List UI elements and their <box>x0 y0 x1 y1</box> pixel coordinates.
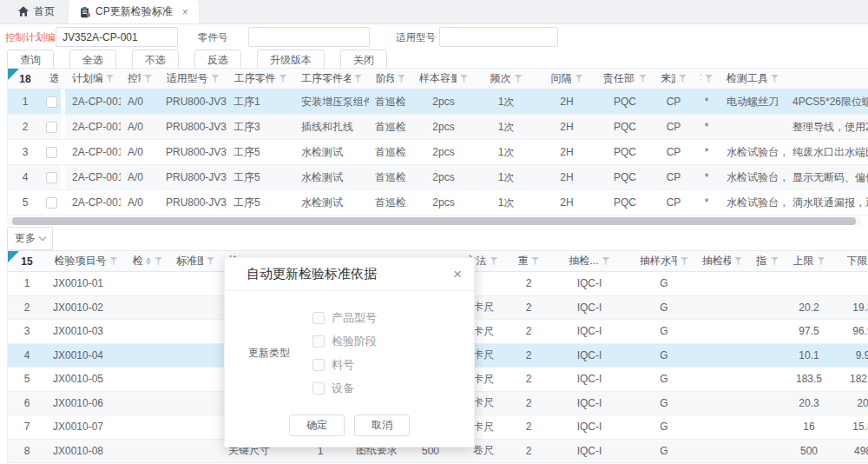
cell: 10.1 <box>786 344 832 368</box>
checkbox-icon[interactable] <box>312 359 325 371</box>
filter-icon[interactable] <box>110 257 118 265</box>
cell: 2 <box>511 296 546 320</box>
tab-close-icon[interactable]: × <box>182 6 188 18</box>
table-row[interactable]: 22A-CP-001A/0PRU800-JV352A工序3插线和扎线首巡检2pc… <box>8 115 868 140</box>
column-header: 下限 <box>832 251 868 271</box>
checkbox-icon[interactable] <box>312 335 325 348</box>
sort-icon[interactable] <box>146 257 151 265</box>
cell: 1次 <box>475 89 537 114</box>
checkbox-icon[interactable] <box>312 312 325 324</box>
table-row[interactable]: 42A-CP-001A/0PRU800-JV352A工序5水检测试首巡检2pcs… <box>8 165 868 190</box>
cell: 水检测试 <box>294 190 369 215</box>
part-no-label: 零件号 <box>198 31 228 44</box>
column-header-label: 检测工具 <box>727 71 767 86</box>
cell: PRU800-JV352A <box>159 190 227 215</box>
filter-icon[interactable] <box>705 75 713 83</box>
cell: PQC <box>596 165 654 189</box>
filter-icon[interactable] <box>818 257 825 265</box>
cell: 整理导线，使用2H <box>786 115 868 139</box>
row-number: 5 <box>8 368 46 391</box>
filter-icon[interactable] <box>144 75 152 83</box>
column-header: 适用型号 <box>159 69 227 89</box>
filter-icon[interactable] <box>106 75 114 83</box>
row-checkbox[interactable] <box>46 96 57 108</box>
checkbox-icon[interactable] <box>312 382 325 394</box>
filter-icon[interactable] <box>681 257 688 265</box>
cell: 首巡检 <box>369 115 412 139</box>
update-type-option[interactable]: 设备 <box>312 381 377 396</box>
column-header: 来源 <box>654 69 694 89</box>
row-checkbox[interactable] <box>46 172 57 183</box>
control-plan-input[interactable] <box>56 27 178 47</box>
tab-cp-update[interactable]: CP更新检验标准 × <box>69 0 199 23</box>
table-row[interactable]: 32A-CP-001A/0PRU800-JV352A工序5水检测试首巡检2pcs… <box>8 140 868 165</box>
row-number: 1 <box>8 89 43 114</box>
filter-icon[interactable] <box>679 75 687 83</box>
horizontal-scrollbar-thumb[interactable] <box>12 217 856 225</box>
horizontal-scrollbar-track[interactable] <box>7 217 861 225</box>
filter-icon[interactable] <box>398 75 405 83</box>
column-header: 计划编号 <box>65 69 121 89</box>
filter-icon[interactable] <box>490 257 498 265</box>
cell: PRU800-JV352A <box>159 140 227 164</box>
cell: 首巡检 <box>369 165 412 189</box>
cell <box>695 440 749 463</box>
row-number: 6 <box>8 392 46 415</box>
cell: 2 <box>511 272 546 295</box>
filter-icon[interactable] <box>155 257 162 265</box>
column-header: 重... <box>511 251 546 271</box>
filter-icon[interactable] <box>460 75 468 83</box>
cancel-button[interactable]: 取消 <box>354 414 410 436</box>
dialog-close-icon[interactable]: × <box>453 267 462 282</box>
cell: CP <box>654 89 694 114</box>
column-header-label: 控制计... <box>128 71 141 86</box>
confirm-button[interactable]: 确定 <box>289 414 345 436</box>
model-input[interactable] <box>439 27 558 47</box>
tab-home[interactable]: 首页 <box>7 0 65 23</box>
table-row[interactable]: 12A-CP-001A/0PRU800-JV352A工序1安装增压泵组件首巡检2… <box>8 89 868 115</box>
dialog-title: 自动更新检验标准依据 <box>247 266 377 282</box>
filter-icon[interactable] <box>279 75 287 83</box>
column-header: 频次 <box>475 69 537 89</box>
cell: G <box>633 392 695 415</box>
update-type-option[interactable]: 产品型号 <box>312 310 377 326</box>
part-no-input[interactable] <box>248 27 370 47</box>
column-header: 状. <box>694 69 720 89</box>
corner-select-icon[interactable] <box>8 69 19 80</box>
row-checkbox[interactable] <box>46 122 57 133</box>
dialog-footer: 确定 取消 <box>225 414 474 447</box>
filter-icon[interactable] <box>531 257 539 265</box>
cell: A/0 <box>121 165 159 189</box>
cell: 16 <box>786 415 832 439</box>
row-checkbox[interactable] <box>46 147 57 158</box>
filter-icon[interactable] <box>212 75 220 83</box>
filter-icon[interactable] <box>515 75 523 83</box>
checkbox-cell <box>43 165 65 189</box>
cell: 水检试验台，测试 <box>720 165 786 189</box>
cell: CP <box>654 115 694 139</box>
filter-icon[interactable] <box>771 257 779 265</box>
filter-icon[interactable] <box>734 257 742 265</box>
filter-icon[interactable] <box>639 75 647 83</box>
filter-icon[interactable] <box>354 75 362 83</box>
update-type-option[interactable]: 检验阶段 <box>312 334 377 349</box>
cell <box>126 272 169 295</box>
cell: PRU800-JV352A <box>159 165 227 189</box>
cell: JX0010-05 <box>46 368 126 391</box>
filter-icon[interactable] <box>602 257 610 265</box>
column-header-label: 指定... <box>756 254 767 268</box>
filter-icon[interactable] <box>771 75 779 83</box>
filter-icon[interactable] <box>207 257 214 265</box>
cell <box>720 115 786 139</box>
corner-select-icon[interactable] <box>8 251 19 262</box>
row-count: 18 <box>19 73 30 85</box>
row-number: 8 <box>8 440 46 463</box>
more-button[interactable]: 更多 <box>7 227 53 250</box>
update-type-option[interactable]: 料号 <box>312 357 377 373</box>
cell: IQC-I <box>546 272 633 295</box>
cell: CP <box>654 190 694 215</box>
row-checkbox[interactable] <box>46 197 57 209</box>
filter-icon[interactable] <box>575 75 583 83</box>
count-header-cell: 18 <box>8 69 43 89</box>
table-row[interactable]: 52A-CP-001A/0PRU800-JV352A工序5水检测试首巡检2pcs… <box>8 190 868 215</box>
